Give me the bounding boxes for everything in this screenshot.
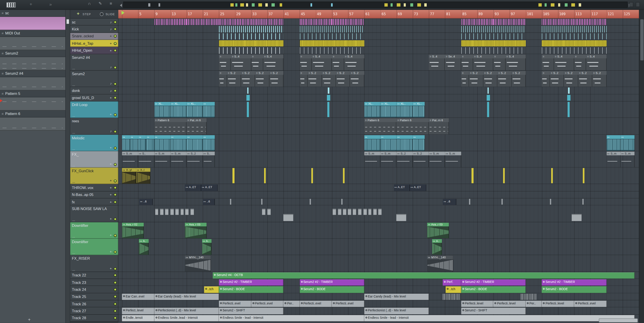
clip[interactable]: ≡Pat..rn 6 — [429, 118, 449, 134]
clip[interactable]: ↦ — [380, 135, 396, 150]
clip[interactable]: ≡ — [300, 54, 312, 70]
clip[interactable] — [363, 209, 366, 215]
clip[interactable]: ↦ — [364, 135, 380, 150]
clip[interactable]: ↦ S..2 — [412, 152, 429, 167]
clip[interactable]: ≡Pattern 6 — [364, 118, 396, 134]
clip[interactable]: ↦ — [203, 135, 215, 150]
clip[interactable]: ↦ — [154, 135, 170, 150]
clip[interactable]: ..tch — [204, 286, 219, 293]
clip[interactable]: ≡S..2 — [336, 71, 350, 87]
track-led[interactable] — [114, 28, 117, 31]
playlist-lane[interactable]: ↦ ..6↦ ..6↦ ..6 — [118, 198, 639, 206]
clip[interactable]: Serum2 - BODE — [461, 286, 526, 293]
clip[interactable] — [542, 19, 574, 25]
clip[interactable]: ↦ XL.. — [154, 102, 170, 118]
playlist-lane[interactable]: ↦ Ava..r 02↦ Ava..r 03↦ Ava..r 03 — [118, 222, 639, 239]
clip[interactable] — [583, 168, 584, 184]
track-led[interactable] — [114, 83, 117, 86]
clip[interactable]: ↦ Ava..r 02 — [122, 222, 144, 238]
track-led[interactable] — [114, 66, 117, 69]
playlist-lane[interactable]: ↦ A..ET↦ A..ET↦ A..ET↦ A..ET — [118, 184, 639, 192]
clip[interactable] — [368, 209, 372, 215]
clip[interactable] — [311, 168, 313, 184]
clip[interactable]: ↦ Ava..r 03 — [185, 222, 206, 238]
clip[interactable]: ≡ — [542, 54, 554, 70]
track-header[interactable]: HiHat..e_Tap+ — [70, 40, 118, 47]
clip[interactable]: ≡S..4 — [473, 54, 493, 70]
clip[interactable]: Perfecti..level — [494, 301, 526, 307]
clip[interactable] — [332, 19, 364, 25]
clip[interactable]: ↦ XL.. — [396, 102, 412, 118]
track-header[interactable]: Downlifter...+ — [70, 222, 118, 239]
playlist-lane[interactable]: ↦↦↦↦↦↦↦↦↦↦↦↦↦↦ — [118, 135, 639, 151]
clip[interactable] — [461, 48, 526, 54]
clip[interactable]: ↦ — [146, 135, 154, 150]
clip[interactable]: Perfect..level — [122, 308, 154, 314]
clip[interactable]: ≡S..4 — [344, 54, 364, 70]
picker-item-label[interactable]: ≡Serum2 #4 — [0, 70, 65, 77]
clip[interactable] — [185, 209, 188, 215]
track-header[interactable]: Kick♪ — [70, 26, 118, 33]
clip[interactable]: ↦ ..6 — [203, 199, 215, 205]
track-led[interactable] — [114, 310, 117, 312]
clip[interactable]: ≡S..4 — [312, 54, 332, 70]
track-header[interactable]: Track 27 — [70, 308, 118, 315]
clip[interactable] — [219, 33, 284, 39]
clip[interactable]: ↦ — [606, 135, 620, 150]
clip[interactable]: Serum2 #2 - TIMBER — [461, 280, 526, 286]
clip[interactable]: ≡ — [542, 71, 550, 87]
playlist-lane[interactable]: Perfecti..evelPerfecti..evelPer..Perfect… — [118, 300, 639, 308]
playlist-lane[interactable] — [118, 206, 639, 222]
clip[interactable]: ..tch — [446, 286, 461, 293]
clip[interactable] — [180, 209, 184, 215]
track-led[interactable] — [114, 288, 117, 291]
clip[interactable]: ↦ — [170, 135, 186, 150]
clip[interactable]: ≡S..4 — [429, 54, 445, 70]
playlist-lane[interactable] — [118, 87, 639, 94]
track-led[interactable] — [114, 96, 117, 99]
track-header[interactable]: FX_GunClick...+ — [70, 168, 118, 184]
clip[interactable] — [165, 209, 168, 215]
scroll-left-icon[interactable] — [120, 4, 122, 7]
playlist-lane[interactable]: Endle..tensitEndless Smile..lead - Inten… — [118, 314, 639, 322]
clip[interactable] — [521, 294, 536, 300]
picker-item-label[interactable]: ≡sc — [0, 10, 65, 17]
picker-item[interactable]: ≡Pattern 5 — [0, 90, 65, 110]
clip[interactable] — [310, 199, 311, 205]
track-led[interactable] — [114, 186, 117, 189]
clip[interactable] — [567, 95, 570, 101]
clip[interactable]: ≡ — [461, 71, 469, 87]
clip[interactable]: ≡S..2 — [498, 71, 512, 87]
clip[interactable]: ≡S..2 — [469, 71, 483, 87]
clip[interactable]: ≡S..4 — [554, 54, 574, 70]
clip[interactable] — [261, 199, 262, 205]
clip[interactable] — [219, 40, 284, 46]
clip[interactable] — [343, 168, 344, 184]
clip[interactable]: ≡S..2 — [592, 71, 606, 87]
track-header[interactable]: rees...♪ — [70, 118, 118, 135]
clip[interactable]: ≡S..4 — [586, 54, 606, 70]
picker-item-label[interactable]: ≡Serum2 — [0, 50, 65, 57]
clip[interactable] — [551, 168, 553, 184]
clip[interactable]: ↦ X..l — [136, 168, 150, 184]
clip[interactable] — [502, 199, 503, 205]
playlist-lane[interactable]: Perfect..levelPerfectionist (..d) - Mix … — [118, 308, 639, 315]
clip[interactable]: ≡S..2 — [269, 71, 283, 87]
vertical-scrollbar[interactable] — [639, 10, 644, 323]
clip[interactable]: ≡S..2 — [483, 71, 497, 87]
clip[interactable]: ↦ ..6 — [443, 199, 456, 205]
track-header[interactable]: Track 24 — [70, 286, 118, 293]
picker-item-label[interactable]: ≡Pattern 5 — [0, 90, 65, 97]
track-header[interactable]: N-Bas..ap 05+ — [70, 192, 118, 199]
clip[interactable]: ↦ A.. — [202, 239, 212, 255]
arrows-icon[interactable]: » — [49, 2, 52, 6]
clip[interactable]: ↦ — [130, 135, 138, 150]
clip[interactable]: Serum2 #4 - OCTB — [213, 272, 635, 278]
clip[interactable]: Endless Smile..lead - Intensit — [154, 315, 219, 321]
toolbar-button[interactable] — [629, 2, 633, 7]
track-led[interactable] — [114, 234, 117, 237]
track-header[interactable]: fx+ — [70, 198, 118, 206]
clip[interactable] — [262, 209, 265, 215]
picker-item[interactable]: ≡MIDI Out — [0, 30, 65, 50]
clip[interactable]: ≡ — [300, 71, 308, 87]
